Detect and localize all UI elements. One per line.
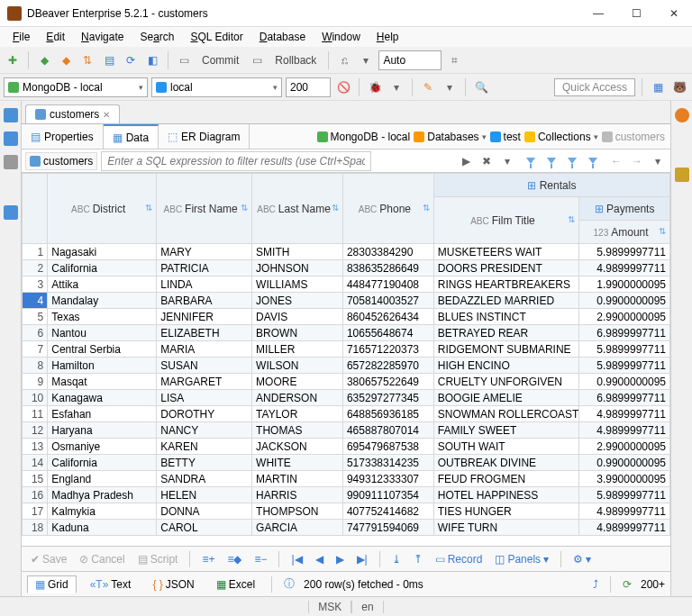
filter-history-icon[interactable]: ▾ [498, 152, 516, 170]
cell-last-name[interactable]: HARRIS [252, 487, 343, 503]
cell-last-name[interactable]: MILLER [252, 341, 343, 358]
minimize-button[interactable]: — [587, 7, 609, 20]
cell-phone[interactable]: 747791594069 [342, 520, 433, 536]
col-amount[interactable]: 123Amount⇅ [579, 221, 670, 244]
table-row[interactable]: 6NantouELIZABETHBROWN10655648674BETRAYED… [23, 325, 670, 341]
cancel-button[interactable]: ⊘ Cancel [76, 551, 128, 567]
row-number[interactable]: 13 [23, 439, 48, 455]
cell-first-name[interactable]: JENNIFER [157, 309, 252, 325]
stop-query-icon[interactable]: 🚫 [334, 78, 352, 96]
filter-save-icon[interactable] [563, 152, 581, 170]
cell-district[interactable]: Attika [48, 276, 157, 293]
import-icon[interactable]: ⤒ [410, 551, 426, 567]
first-page-icon[interactable]: |◀ [287, 551, 305, 567]
script-button[interactable]: ▤ Script [134, 551, 182, 567]
cell-phone[interactable]: 990911107354 [342, 487, 433, 503]
cell-district[interactable]: Osmaniye [48, 439, 157, 455]
table-row[interactable]: 12HaryanaNANCYTHOMAS465887807014FAMILY S… [23, 422, 670, 439]
view-grid[interactable]: ▦Grid [27, 575, 77, 593]
nav-back-icon[interactable]: ← [607, 152, 625, 170]
cell-film-title[interactable]: RIDGEMONT SUBMARINE [433, 341, 578, 358]
col-first-name[interactable]: ABCFirst Name⇅ [157, 174, 252, 244]
bc-databases[interactable]: Databases▾ [414, 131, 486, 143]
cell-first-name[interactable]: DOROTHY [157, 406, 252, 422]
table-row[interactable]: 18KadunaCAROLGARCIA747791594069WIFE TURN… [23, 520, 670, 536]
cell-amount[interactable]: 5.9899997711 [579, 244, 670, 260]
menu-sql-editor[interactable]: SQL Editor [183, 29, 250, 45]
cell-first-name[interactable]: SANDRA [157, 471, 252, 487]
col-last-name[interactable]: ABCLast Name⇅ [252, 174, 343, 244]
table-row[interactable]: 9MasqatMARGARETMOORE380657522649CRUELTY … [23, 374, 670, 390]
row-number[interactable]: 11 [23, 406, 48, 422]
cell-last-name[interactable]: WHITE [252, 455, 343, 471]
table-row[interactable]: 5TexasJENNIFERDAVIS860452626434BLUES INS… [23, 309, 670, 325]
table-row[interactable]: 3AttikaLINDAWILLIAMS448477190408RINGS HE… [23, 276, 670, 293]
rollback-button[interactable]: Rollback [269, 52, 322, 68]
row-number[interactable]: 12 [23, 422, 48, 439]
filter-icon[interactable] [522, 152, 540, 170]
commit-button[interactable]: Commit [196, 52, 244, 68]
cell-last-name[interactable]: WILLIAMS [252, 276, 343, 293]
bc-connection[interactable]: MongoDB - local [317, 131, 411, 143]
row-number[interactable]: 17 [23, 503, 48, 520]
cell-first-name[interactable]: BETTY [157, 455, 252, 471]
cell-first-name[interactable]: MARGARET [157, 374, 252, 390]
cell-first-name[interactable]: MARY [157, 244, 252, 260]
table-row[interactable]: 1NagasakiMARYSMITH28303384290MUSKETEERS … [23, 244, 670, 260]
key-icon[interactable] [675, 168, 689, 182]
cell-phone[interactable]: 705814003527 [342, 293, 433, 309]
row-number[interactable]: 8 [23, 358, 48, 374]
cell-first-name[interactable]: MARIA [157, 341, 252, 358]
cell-last-name[interactable]: SMITH [252, 244, 343, 260]
row-number[interactable]: 3 [23, 276, 48, 293]
cell-district[interactable]: Kanagawa [48, 390, 157, 406]
cell-last-name[interactable]: MARTIN [252, 471, 343, 487]
cell-phone[interactable]: 448477190408 [342, 276, 433, 293]
cell-amount[interactable]: 4.9899997711 [579, 406, 670, 422]
record-button[interactable]: ▭ Record [432, 551, 487, 567]
txn-log-icon[interactable]: ⌗ [445, 51, 463, 69]
add-row-icon[interactable]: ≡+ [198, 551, 218, 567]
table-row[interactable]: 15EnglandSANDRAMARTIN949312333307FEUD FR… [23, 471, 670, 487]
cell-film-title[interactable]: SNOWMAN ROLLERCOASTER [433, 406, 578, 422]
row-number[interactable]: 6 [23, 325, 48, 341]
row-number[interactable]: 5 [23, 309, 48, 325]
cell-last-name[interactable]: GARCIA [252, 520, 343, 536]
cell-amount[interactable]: 0.9900000095 [579, 293, 670, 309]
new-connection-icon[interactable]: ✚ [4, 51, 22, 69]
cell-last-name[interactable]: DAVIS [252, 309, 343, 325]
cell-phone[interactable]: 838635286649 [342, 260, 433, 276]
maximize-button[interactable]: ☐ [625, 7, 647, 20]
table-row[interactable]: 8HamiltonSUSANWILSON657282285970HIGH ENC… [23, 358, 670, 374]
cell-phone[interactable]: 695479687538 [342, 439, 433, 455]
refresh-icon[interactable]: ⟳ [122, 51, 140, 69]
cell-phone[interactable]: 380657522649 [342, 374, 433, 390]
commit-icon[interactable]: ▭ [175, 51, 193, 69]
col-film-title[interactable]: ABCFilm Title⇅ [433, 197, 578, 244]
col-district[interactable]: ABCDistrict⇅ [48, 174, 157, 244]
clear-filter-icon[interactable]: ✖ [478, 152, 496, 170]
cell-film-title[interactable]: BETRAYED REAR [433, 325, 578, 341]
quick-access-input[interactable]: Quick Access [554, 78, 635, 96]
next-page-icon[interactable]: ▶ [332, 551, 348, 567]
cell-district[interactable]: Haryana [48, 422, 157, 439]
menu-search[interactable]: Search [132, 29, 181, 45]
view-excel[interactable]: ▦Excel [208, 575, 263, 593]
cell-last-name[interactable]: WILSON [252, 358, 343, 374]
cell-film-title[interactable]: DOORS PRESIDENT [433, 260, 578, 276]
invalidate-icon[interactable]: ⇅ [78, 51, 96, 69]
highlight-icon[interactable]: ✎ [419, 78, 437, 96]
menu-edit[interactable]: Edit [39, 29, 72, 45]
close-tab-icon[interactable]: ✕ [103, 110, 110, 120]
cell-district[interactable]: Central Serbia [48, 341, 157, 358]
pin-icon[interactable]: ⤴ [589, 576, 602, 593]
perspective-dbeaver-icon[interactable]: 🐻 [670, 78, 688, 96]
filter-settings-icon[interactable] [584, 152, 602, 170]
cell-phone[interactable]: 657282285970 [342, 358, 433, 374]
menu-help[interactable]: Help [369, 29, 406, 45]
cell-film-title[interactable]: BEDAZZLED MARRIED [433, 293, 578, 309]
table-row[interactable]: 16Madhya PradeshHELENHARRIS990911107354H… [23, 487, 670, 503]
connect-icon[interactable]: ◆ [35, 51, 53, 69]
last-page-icon[interactable]: ▶| [353, 551, 371, 567]
filter-remove-icon[interactable] [542, 152, 560, 170]
